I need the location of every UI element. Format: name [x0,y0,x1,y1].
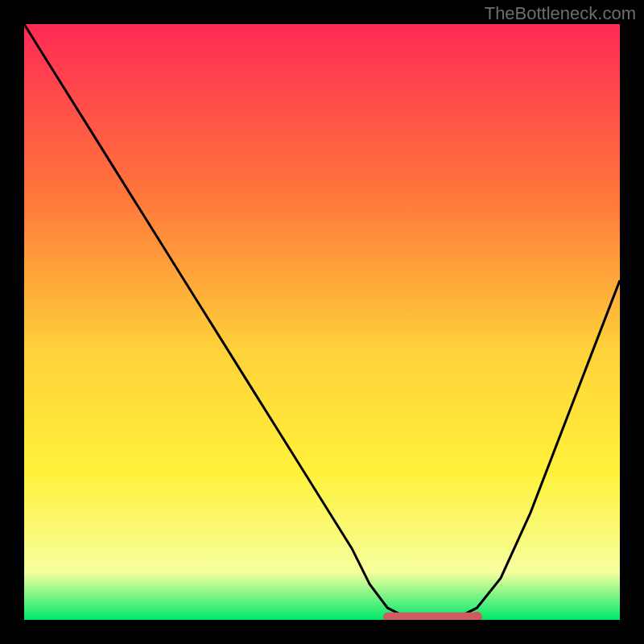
chart-curve-layer [24,24,620,620]
plot-area [24,24,620,620]
chart-container: TheBottleneck.com [0,0,644,644]
bottleneck-curve [24,24,620,620]
watermark-text: TheBottleneck.com [485,3,636,24]
